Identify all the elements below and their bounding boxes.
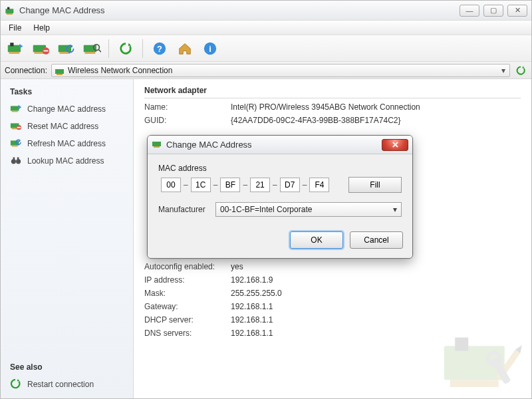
- kv-row: DHCP server: 192.168.1.1: [144, 315, 521, 325]
- kv-key: Mask:: [144, 289, 231, 298]
- svg-rect-33: [17, 158, 19, 161]
- menubar: File Help: [1, 21, 531, 35]
- minimize-button[interactable]: —: [460, 5, 479, 17]
- connection-select[interactable]: Wireless Network Connection: [51, 64, 510, 77]
- task-restart-connection[interactable]: Restart connection: [1, 376, 133, 393]
- kv-key: DHCP server:: [144, 315, 231, 325]
- svg-rect-0: [5, 9, 13, 13]
- svg-rect-3: [8, 45, 21, 52]
- sidebar: Tasks Change MAC address Reset MAC addre…: [1, 79, 134, 398]
- svg-rect-4: [9, 52, 20, 54]
- menu-help[interactable]: Help: [28, 22, 55, 34]
- manufacturer-selected: 00-1C-BF=Intel Corporate: [220, 205, 312, 214]
- refresh-icon: [10, 378, 22, 390]
- svg-rect-21: [57, 74, 63, 75]
- kv-row: IP address: 192.168.1.9: [144, 275, 521, 285]
- svg-rect-36: [455, 338, 468, 351]
- close-button[interactable]: ✕: [507, 5, 527, 17]
- mac-octet-5[interactable]: [280, 178, 300, 192]
- ok-button[interactable]: OK: [290, 231, 343, 249]
- task-label: Refresh MAC address: [27, 139, 106, 148]
- binoculars-icon: [10, 155, 22, 167]
- toolbar-lookup-mac[interactable]: [80, 39, 103, 59]
- toolbar-separator: [142, 39, 143, 58]
- svg-rect-32: [13, 158, 15, 161]
- kv-key: Name:: [144, 102, 231, 112]
- kv-value: {42AA7DD6-09C2-4FA3-99BB-388BF17A74C2}: [231, 116, 401, 125]
- task-label: Lookup MAC address: [27, 156, 104, 166]
- mac-octet-3[interactable]: [220, 178, 240, 192]
- kv-row: Mask: 255.255.255.0: [144, 289, 521, 298]
- toolbar-reset-mac[interactable]: [30, 39, 53, 59]
- kv-value: 192.168.1.9: [231, 275, 273, 285]
- dash-separator: –: [273, 180, 277, 190]
- manufacturer-row: Manufacturer 00-1C-BF=Intel Corporate: [158, 202, 402, 217]
- toolbar-refresh-mac[interactable]: [55, 39, 78, 59]
- svg-rect-40: [152, 142, 161, 146]
- task-change-mac[interactable]: Change MAC address: [1, 100, 133, 118]
- kv-row: GUID: {42AA7DD6-09C2-4FA3-99BB-388BF17A7…: [144, 116, 521, 125]
- kv-key: GUID:: [144, 116, 231, 125]
- mac-input-row: – – – – – Fill: [161, 177, 402, 193]
- app-icon: [152, 138, 162, 151]
- kv-row: Name: Intel(R) PRO/Wireless 3945ABG Netw…: [144, 102, 521, 112]
- svg-line-15: [99, 49, 102, 52]
- svg-rect-13: [85, 52, 96, 54]
- svg-text:?: ?: [157, 43, 162, 53]
- toolbar-change-mac[interactable]: [5, 39, 27, 59]
- connection-refresh[interactable]: [514, 64, 527, 77]
- toolbar-help[interactable]: ?: [148, 39, 171, 59]
- watermark-icon: [440, 328, 526, 394]
- task-label: Change MAC address: [27, 104, 106, 114]
- kv-value: 192.168.1.1: [231, 315, 273, 325]
- mac-octet-4[interactable]: [250, 178, 270, 192]
- mac-octet-2[interactable]: [191, 178, 211, 192]
- kv-row: Autoconfig enabled: yes: [144, 262, 521, 271]
- dialog-close-button[interactable]: [382, 139, 408, 151]
- dialog-buttons: OK Cancel: [148, 226, 412, 258]
- titlebar: Change MAC Address — ▢ ✕: [1, 1, 531, 21]
- kv-key: IP address:: [144, 275, 231, 285]
- mac-octet-6[interactable]: [309, 178, 329, 192]
- kv-key: Autoconfig enabled:: [144, 262, 231, 271]
- tasks-heading: Tasks: [10, 87, 124, 96]
- svg-rect-12: [84, 45, 96, 52]
- mac-octet-1[interactable]: [161, 178, 181, 192]
- dash-separator: –: [184, 180, 188, 190]
- maximize-button[interactable]: ▢: [483, 5, 503, 17]
- cancel-button[interactable]: Cancel: [350, 231, 403, 249]
- dialog-title: Change MAC Address: [166, 140, 382, 150]
- task-refresh-mac[interactable]: Refresh MAC address: [1, 135, 133, 152]
- manufacturer-label: Manufacturer: [158, 205, 210, 214]
- mac-label: MAC address: [158, 164, 402, 173]
- svg-rect-22: [11, 106, 19, 110]
- fill-button[interactable]: Fill: [348, 177, 402, 193]
- toolbar-refresh[interactable]: [114, 39, 137, 59]
- kv-value: 192.168.1.1: [231, 329, 273, 338]
- window-buttons: — ▢ ✕: [460, 5, 527, 17]
- toolbar-home[interactable]: [174, 39, 196, 59]
- dash-separator: –: [213, 180, 218, 190]
- kv-key: DNS servers:: [144, 329, 231, 338]
- svg-rect-20: [55, 69, 64, 74]
- toolbar-about[interactable]: i: [199, 39, 221, 59]
- menu-file[interactable]: File: [3, 22, 27, 34]
- svg-rect-34: [444, 346, 505, 380]
- task-lookup-mac[interactable]: Lookup MAC address: [1, 152, 133, 170]
- svg-rect-10: [59, 45, 71, 52]
- connection-selected: Wireless Network Connection: [68, 66, 172, 75]
- svg-rect-38: [491, 356, 511, 384]
- kv-value: yes: [231, 262, 243, 271]
- svg-rect-27: [17, 127, 21, 128]
- app-window: Change MAC Address — ▢ ✕ File Help ?: [0, 0, 532, 399]
- manufacturer-select[interactable]: 00-1C-BF=Intel Corporate: [215, 202, 402, 217]
- svg-rect-29: [12, 146, 18, 147]
- app-icon: [5, 5, 15, 16]
- section-heading: Network adapter: [144, 86, 521, 95]
- kv-row: DNS servers: 192.168.1.1: [144, 329, 521, 338]
- divider: [144, 98, 521, 98]
- svg-rect-2: [7, 7, 9, 9]
- svg-rect-5: [10, 43, 13, 46]
- window-title: Change MAC Address: [19, 5, 460, 15]
- task-reset-mac[interactable]: Reset MAC address: [1, 118, 133, 135]
